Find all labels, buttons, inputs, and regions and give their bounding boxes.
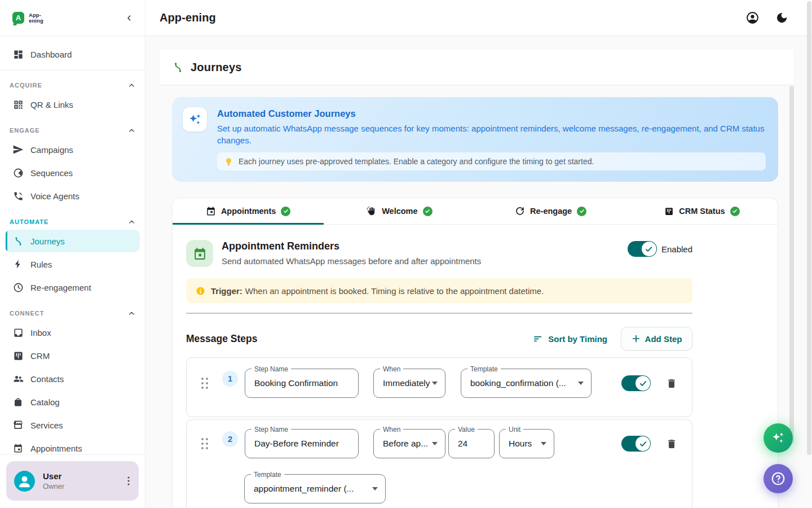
sidebar-item-re-engagement[interactable]: Re-engagement [5,276,140,299]
route-icon-green [172,62,184,73]
sidebar-item-campaigns[interactable]: Campaigns [5,138,140,161]
drag-handle-icon[interactable] [201,438,209,449]
step-toggle[interactable] [621,436,651,452]
step-toggle[interactable] [621,375,651,391]
unit-select[interactable]: Unit Hours [499,429,554,458]
step-row-1: 1 Step Name Booking Confirmation When Im… [186,357,692,417]
journeys-card: Appointments Welcome Re-engage [172,198,778,508]
sidebar-item-label: Rules [30,260,52,269]
add-step-button[interactable]: Add Step [621,327,692,351]
sidebar-item-label: Voice Agents [30,191,80,201]
storefront-icon [12,419,24,431]
tab-crm-status[interactable]: CRM Status [626,198,778,224]
kanban-icon [12,350,24,361]
step-name-field[interactable]: Step Name Day-Before Reminder [245,429,359,458]
topbar-title: App-ening [160,11,216,24]
sidebar-item-label: Catalog [30,397,60,407]
route-icon [12,235,24,247]
sidebar-item-catalog[interactable]: Catalog [5,391,140,413]
value-field[interactable]: Value 24 [448,429,495,458]
sidebar-item-crm[interactable]: CRM [5,344,140,367]
sidebar-header: A App-ening [0,0,145,36]
step-number: 2 [222,431,238,447]
tab-re-engage[interactable]: Re-engage [475,198,626,224]
calendar-icon [12,443,24,454]
trigger-text: When an appointment is booked. Timing is… [245,286,544,296]
trigger-label: Trigger: [211,286,242,296]
journeys-banner: Automated Customer Journeys Set up autom… [172,97,778,182]
inbox-icon [12,327,24,338]
sidebar-item-contacts[interactable]: Contacts [5,367,140,390]
sidebar-item-label: Contacts [30,374,64,384]
user-area: User Owner [0,454,145,508]
account-icon[interactable] [745,11,760,25]
sequence-timer-icon [12,167,24,178]
tab-welcome[interactable]: Welcome [324,198,475,224]
app-logo-text: App-ening [29,12,43,24]
sidebar-item-journeys[interactable]: Journeys [5,230,140,252]
user-card[interactable]: User Owner [6,461,139,501]
sort-by-timing-button[interactable]: Sort by Timing [527,329,613,348]
template-select[interactable]: Template appointment_reminder (... [244,474,386,503]
sidebar-item-label: Sequences [30,168,73,178]
sidebar-collapse-icon[interactable] [125,14,134,23]
sidebar-nav: Dashboard ACQUIRE QR & Links ENGAGE Camp… [0,36,145,454]
user-role: Owner [43,482,64,491]
sidebar-section-connect[interactable]: CONNECT [5,305,140,321]
sidebar-item-services[interactable]: Services [5,414,140,436]
lightning-icon [12,259,24,270]
step-name-field[interactable]: Step Name Booking Confirmation [245,369,359,398]
check-badge-icon [281,207,290,216]
sidebar-item-appointments[interactable]: Appointments [5,437,140,454]
lightbulb-icon [224,157,233,166]
chevron-up-icon [128,127,135,134]
sidebar-item-dashboard[interactable]: Dashboard [5,43,140,65]
sidebar-section-acquire[interactable]: ACQUIRE [5,77,140,93]
clock-icon [12,282,24,293]
enabled-toggle[interactable] [628,241,657,257]
help-fab[interactable] [764,464,793,493]
journey-tabs: Appointments Welcome Re-engage [173,198,778,225]
sidebar-item-voice-agents[interactable]: Voice Agents [5,185,140,207]
sidebar: A App-ening Dashboard ACQUIRE QR & Links… [0,0,145,508]
calendar-icon [206,206,216,216]
dark-mode-icon[interactable] [775,11,788,24]
sidebar-item-qr-links[interactable]: QR & Links [5,93,140,116]
sparkles-icon [183,107,207,132]
dropdown-caret-icon [432,382,438,385]
sidebar-item-sequences[interactable]: Sequences [5,161,140,184]
window-scrollbar[interactable] [807,1,811,455]
section-subtitle: Send automated WhatsApp messages before … [222,256,481,266]
tab-appointments[interactable]: Appointments [173,198,324,224]
step-row-2: 2 Step Name Day-Before Reminder When Bef… [186,419,692,508]
page-title: Journeys [191,61,242,74]
sidebar-section-engage[interactable]: ENGAGE [5,122,140,138]
when-select[interactable]: When Before ap... [373,429,445,458]
drag-handle-icon[interactable] [201,378,209,389]
dropdown-caret-icon [432,442,438,445]
check-badge-icon [577,207,586,216]
shopping-bag-icon [12,396,24,408]
sidebar-item-label: Inbox [30,328,51,338]
user-menu-icon[interactable] [124,473,133,489]
content-scrollbar[interactable] [789,86,794,444]
sidebar-item-label: Journeys [30,237,65,246]
sidebar-section-automate[interactable]: AUTOMATE [5,214,140,230]
user-name: User [43,471,64,481]
delete-step-icon[interactable] [665,437,678,451]
help-icon [770,470,787,487]
chevron-up-icon [128,82,135,89]
enabled-label: Enabled [661,244,692,254]
sidebar-item-label: QR & Links [30,100,73,110]
chevron-up-icon [128,310,135,317]
delete-step-icon[interactable] [665,376,678,391]
sidebar-item-inbox[interactable]: Inbox [5,321,140,344]
ai-assistant-fab[interactable] [764,423,793,453]
content-area: Journeys Automated Customer Journeys Set… [145,36,812,508]
sidebar-item-rules[interactable]: Rules [5,253,140,275]
sort-icon [533,334,543,344]
when-select[interactable]: When Immediately [373,369,445,398]
sidebar-item-label: Appointments [30,444,82,453]
template-select[interactable]: Template booking_confirmation (... [461,369,592,398]
step-number: 1 [222,371,238,387]
